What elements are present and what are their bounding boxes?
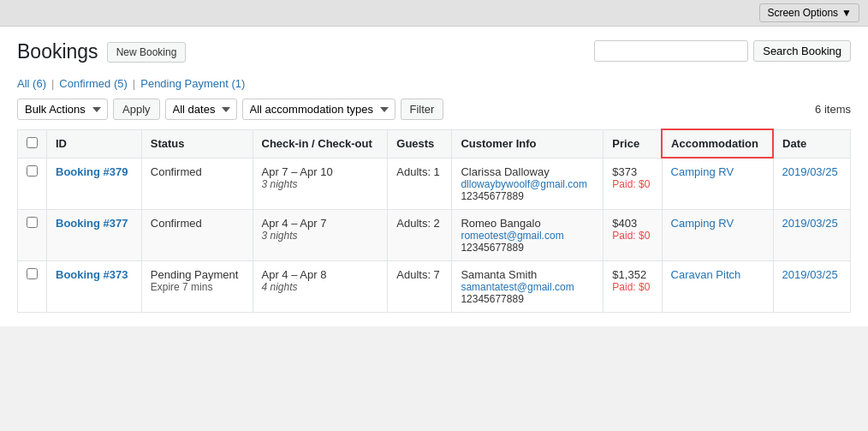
table-row: Booking #379 Confirmed Apr 7 – Apr 10 3 … [18,158,851,209]
col-id: ID [47,129,142,158]
col-date: Date [773,129,850,158]
page-header: Bookings New Booking [17,40,186,63]
filter-button[interactable]: Filter [401,99,444,120]
screen-options-arrow: ▼ [841,7,852,19]
filter-pending-link[interactable]: Pending Payment (1) [140,77,245,90]
row-accommodation: Camping RV [662,209,773,260]
col-status: Status [141,129,253,158]
row-customer: Clarissa Dalloway dllowaybywoolf@gmail.c… [452,158,603,209]
bulk-actions-select[interactable]: Bulk Actions [17,99,108,120]
date-link-1[interactable]: 2019/03/25 [782,217,838,230]
row-checkin: Apr 4 – Apr 8 4 nights [253,260,388,312]
search-booking-button[interactable]: Search Booking [753,40,851,62]
screen-options-button[interactable]: Screen Options ▼ [759,3,859,22]
row-guests: Adults: 7 [388,260,452,312]
col-checkin: Check-in / Check-out [253,129,388,158]
row-checkin: Apr 4 – Apr 7 3 nights [253,209,388,260]
select-all-checkbox[interactable] [27,137,38,148]
header-area: Bookings New Booking Search Booking [17,40,851,74]
row-status: Confirmed [141,209,253,260]
col-customer: Customer Info [452,129,603,158]
filter-confirmed-link[interactable]: Confirmed (5) [59,77,127,90]
table-header-row: ID Status Check-in / Check-out Guests Cu… [18,129,851,158]
filter-links: All (6) | Confirmed (5) | Pending Paymen… [17,77,851,90]
items-count: 6 items [815,103,851,116]
new-booking-button[interactable]: New Booking [107,42,187,63]
col-guests: Guests [388,129,452,158]
row-price: $373 Paid: $0 [603,158,662,209]
booking-link-2[interactable]: Booking #373 [56,268,128,281]
row-date: 2019/03/25 [773,158,850,209]
row-price: $1,352 Paid: $0 [603,260,662,312]
row-checkbox-0[interactable] [27,165,38,177]
row-checkin: Apr 7 – Apr 10 3 nights [253,158,388,209]
main-content: Bookings New Booking Search Booking All … [0,27,868,326]
date-link-2[interactable]: 2019/03/25 [782,268,838,281]
dates-filter-select[interactable]: All dates [165,99,237,120]
row-guests: Adults: 1 [388,158,452,209]
accommodation-link-2[interactable]: Caravan Pitch [671,268,741,281]
toolbar: Bulk Actions Apply All dates All accommo… [17,99,851,120]
search-area: Search Booking [594,40,851,62]
table-row: Booking #373 Pending Payment Expire 7 mi… [18,260,851,312]
table-row: Booking #377 Confirmed Apr 4 – Apr 7 3 n… [18,209,851,260]
row-id: Booking #379 [47,158,142,209]
screen-options-label: Screen Options [767,7,838,19]
row-accommodation: Caravan Pitch [662,260,773,312]
search-input[interactable] [594,40,748,62]
separator-2: | [133,77,135,90]
row-date: 2019/03/25 [773,260,850,312]
row-status: Confirmed [141,158,253,209]
row-customer: Romeo Bangalo romeotest@gmail.com 123456… [452,209,603,260]
accommodation-link-0[interactable]: Camping RV [671,165,734,178]
row-id: Booking #373 [47,260,142,312]
row-checkbox-cell [18,158,47,209]
row-checkbox-cell [18,260,47,312]
bookings-table: ID Status Check-in / Check-out Guests Cu… [17,129,851,313]
filter-all-link[interactable]: All (6) [17,77,46,90]
row-id: Booking #377 [47,209,142,260]
separator-1: | [51,77,54,90]
row-date: 2019/03/25 [773,209,850,260]
accommodation-filter-select[interactable]: All accommodation types [242,99,395,120]
row-checkbox-2[interactable] [27,268,38,279]
page-title: Bookings [17,40,98,63]
col-price: Price [603,129,662,158]
row-customer: Samanta Smith samantatest@gmail.com 1234… [452,260,603,312]
accommodation-link-1[interactable]: Camping RV [671,217,734,230]
col-accommodation: Accommodation [662,129,773,158]
row-checkbox-1[interactable] [27,217,38,228]
booking-link-0[interactable]: Booking #379 [56,165,128,178]
row-checkbox-cell [18,209,47,260]
items-count-area: 6 items [815,103,851,116]
row-price: $403 Paid: $0 [603,209,662,260]
row-guests: Adults: 2 [388,209,452,260]
select-all-header [18,129,47,158]
row-status: Pending Payment Expire 7 mins [141,260,253,312]
screen-options-bar: Screen Options ▼ [0,0,868,27]
row-accommodation: Camping RV [662,158,773,209]
booking-link-1[interactable]: Booking #377 [56,217,128,230]
date-link-0[interactable]: 2019/03/25 [782,165,838,178]
apply-button[interactable]: Apply [113,99,160,120]
